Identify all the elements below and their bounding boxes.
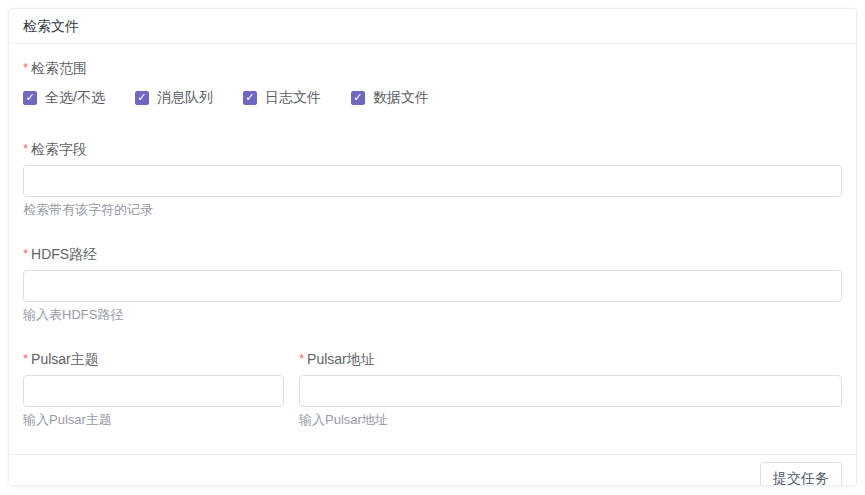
submit-task-button[interactable]: 提交任务	[760, 462, 842, 486]
search-scope-checkbox-group: ✓ 全选/不选 ✓ 消息队列 ✓ 日志文件 ✓ 数据文件	[23, 88, 842, 107]
pulsar-topic-help: 输入Pulsar主题	[23, 412, 284, 427]
hdfs-path-help: 输入表HDFS路径	[23, 307, 842, 322]
pulsar-address-help: 输入Pulsar地址	[299, 412, 842, 427]
pulsar-row: *Pulsar主题 输入Pulsar主题 *Pulsar地址 输入Pulsar地…	[23, 349, 842, 454]
required-marker: *	[23, 141, 28, 156]
checkbox-label: 消息队列	[157, 88, 213, 107]
checkbox-checked-icon: ✓	[135, 91, 149, 105]
checkbox-checked-icon: ✓	[23, 91, 37, 105]
pulsar-topic-label-text: Pulsar主题	[31, 351, 99, 367]
checkbox-checked-icon: ✓	[351, 91, 365, 105]
pulsar-address-input[interactable]	[299, 375, 842, 407]
search-field-label-text: 检索字段	[31, 141, 87, 157]
checkbox-checked-icon: ✓	[243, 91, 257, 105]
checkbox-data-file[interactable]: ✓ 数据文件	[351, 88, 429, 107]
hdfs-path-input[interactable]	[23, 270, 842, 302]
pulsar-address-label: *Pulsar地址	[299, 349, 842, 369]
checkbox-label: 日志文件	[265, 88, 321, 107]
pulsar-topic-input[interactable]	[23, 375, 284, 407]
form-item-search-scope: *检索范围 ✓ 全选/不选 ✓ 消息队列 ✓ 日志文件 ✓ 数据文件	[23, 58, 842, 107]
required-marker: *	[23, 246, 28, 261]
search-field-label: *检索字段	[23, 139, 842, 159]
search-file-card: 检索文件 *检索范围 ✓ 全选/不选 ✓ 消息队列 ✓ 日志文件 ✓	[8, 8, 857, 486]
hdfs-path-label: *HDFS路经	[23, 244, 842, 264]
search-scope-label: *检索范围	[23, 58, 842, 78]
checkmark-icon: ✓	[245, 92, 254, 103]
card-header: 检索文件	[9, 9, 856, 44]
card-title: 检索文件	[23, 18, 79, 34]
hdfs-path-label-text: HDFS路经	[31, 246, 97, 262]
checkmark-icon: ✓	[25, 92, 34, 103]
required-marker: *	[23, 60, 28, 75]
checkbox-message-queue[interactable]: ✓ 消息队列	[135, 88, 213, 107]
checkbox-log-file[interactable]: ✓ 日志文件	[243, 88, 321, 107]
checkmark-icon: ✓	[353, 92, 362, 103]
checkbox-label: 全选/不选	[45, 88, 105, 107]
form-item-pulsar-address: *Pulsar地址 输入Pulsar地址	[299, 349, 842, 454]
checkbox-select-all[interactable]: ✓ 全选/不选	[23, 88, 105, 107]
form-item-pulsar-topic: *Pulsar主题 输入Pulsar主题	[23, 349, 284, 427]
checkmark-icon: ✓	[137, 92, 146, 103]
search-field-help: 检索带有该字符的记录	[23, 202, 842, 217]
form-item-search-field: *检索字段 检索带有该字符的记录	[23, 139, 842, 217]
search-field-input[interactable]	[23, 165, 842, 197]
required-marker: *	[299, 351, 304, 366]
pulsar-topic-label: *Pulsar主题	[23, 349, 284, 369]
search-scope-label-text: 检索范围	[31, 60, 87, 76]
checkbox-label: 数据文件	[373, 88, 429, 107]
card-body: *检索范围 ✓ 全选/不选 ✓ 消息队列 ✓ 日志文件 ✓ 数据文件	[9, 44, 856, 454]
form-item-hdfs-path: *HDFS路经 输入表HDFS路径	[23, 244, 842, 322]
required-marker: *	[23, 351, 28, 366]
pulsar-address-label-text: Pulsar地址	[307, 351, 375, 367]
card-footer: 提交任务	[9, 454, 856, 486]
